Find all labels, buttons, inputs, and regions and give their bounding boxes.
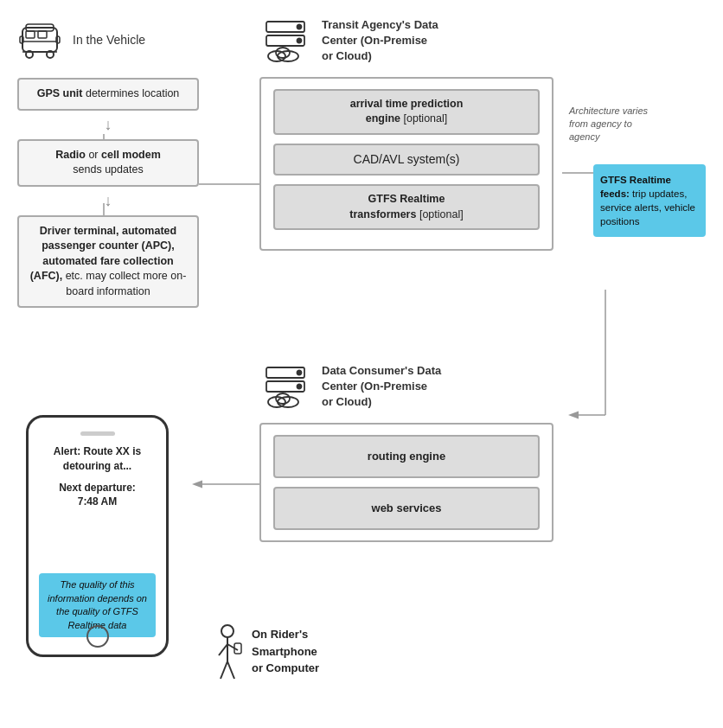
rider-section: On Rider'sSmartphoneor Computer xyxy=(212,623,319,683)
consumer-label: Data Consumer's DataCenter (On-Premiseor… xyxy=(322,363,441,411)
radio-text: Radio or cell modemsends updates xyxy=(55,149,161,176)
svg-rect-11 xyxy=(26,31,35,38)
svg-point-28 xyxy=(298,385,302,389)
svg-line-36 xyxy=(221,661,227,679)
quality-text: The quality of this information depends … xyxy=(48,579,147,629)
arch-note: Architecture varies from agency to agenc… xyxy=(569,105,664,144)
routing-engine-text: routing engine xyxy=(368,450,445,463)
arrow-down-1: ↓ xyxy=(17,116,199,134)
vehicle-label: In the Vehicle xyxy=(73,33,145,47)
driver-terminal-box: Driver terminal, automated passenger cou… xyxy=(17,215,199,309)
home-button xyxy=(86,625,109,648)
arrival-time-box: arrival time predictionengine [optional] xyxy=(273,89,540,135)
vehicle-section: In the Vehicle GPS unit determines locat… xyxy=(17,17,199,308)
bus-icon xyxy=(17,17,62,62)
smartphone-frame: Alert: Route XX isdetouring at... Next d… xyxy=(26,415,169,657)
consumer-header: Data Consumer's DataCenter (On-Premiseor… xyxy=(259,363,553,411)
gtfs-feeds-text: GTFS Realtime feeds: trip updates, servi… xyxy=(600,175,695,227)
gps-text: GPS unit determines location xyxy=(37,87,180,99)
vehicle-header: In the Vehicle xyxy=(17,17,199,62)
radio-box: Radio or cell modemsends updates xyxy=(17,139,199,187)
rider-label: On Rider'sSmartphoneor Computer xyxy=(252,626,319,677)
server-icon-consumer xyxy=(259,364,311,409)
arrival-time-text: arrival time predictionengine [optional] xyxy=(350,98,464,125)
svg-point-20 xyxy=(298,25,302,29)
svg-point-21 xyxy=(298,39,302,43)
gtfs-feeds-box: GTFS Realtime feeds: trip updates, servi… xyxy=(593,164,706,237)
svg-point-27 xyxy=(298,371,302,375)
gps-box: GPS unit determines location xyxy=(17,78,199,111)
consumer-outer-box: routing engine web services xyxy=(259,423,553,542)
phone-departure-text: Next departure:7:48 AM xyxy=(39,481,156,510)
svg-line-34 xyxy=(219,644,227,655)
phone-alert-text: Alert: Route XX isdetouring at... xyxy=(39,444,156,474)
svg-rect-12 xyxy=(38,31,47,38)
transit-agency-section: Transit Agency's DataCenter (On-Premiseo… xyxy=(259,17,553,251)
smartphone-section: Alert: Route XX isdetouring at... Next d… xyxy=(26,415,182,657)
server-icon-agency xyxy=(259,18,311,63)
arrow-down-2: ↓ xyxy=(17,192,199,210)
web-services-text: web services xyxy=(372,501,442,514)
person-icon xyxy=(212,623,243,683)
consumer-section: Data Consumer's DataCenter (On-Premiseor… xyxy=(259,363,553,542)
gtfs-transformer-text: GTFS Realtimetransformers [optional] xyxy=(349,193,463,220)
agency-outer-box: arrival time predictionengine [optional]… xyxy=(259,77,553,252)
gtfs-transformer-box: GTFS Realtimetransformers [optional] xyxy=(273,184,540,230)
agency-label: Transit Agency's DataCenter (On-Premiseo… xyxy=(322,17,438,65)
routing-engine-box: routing engine xyxy=(273,435,540,478)
transit-agency-header: Transit Agency's DataCenter (On-Premiseo… xyxy=(259,17,553,65)
svg-line-35 xyxy=(227,644,238,650)
cad-avl-box: CAD/AVL system(s) xyxy=(273,144,540,176)
driver-text: Driver terminal, automated passenger cou… xyxy=(30,225,187,297)
diagram-container: In the Vehicle GPS unit determines locat… xyxy=(0,0,723,728)
svg-point-32 xyxy=(221,625,234,637)
web-services-box: web services xyxy=(273,487,540,530)
cad-avl-text: CAD/AVL system(s) xyxy=(354,152,460,166)
svg-line-37 xyxy=(227,661,234,679)
